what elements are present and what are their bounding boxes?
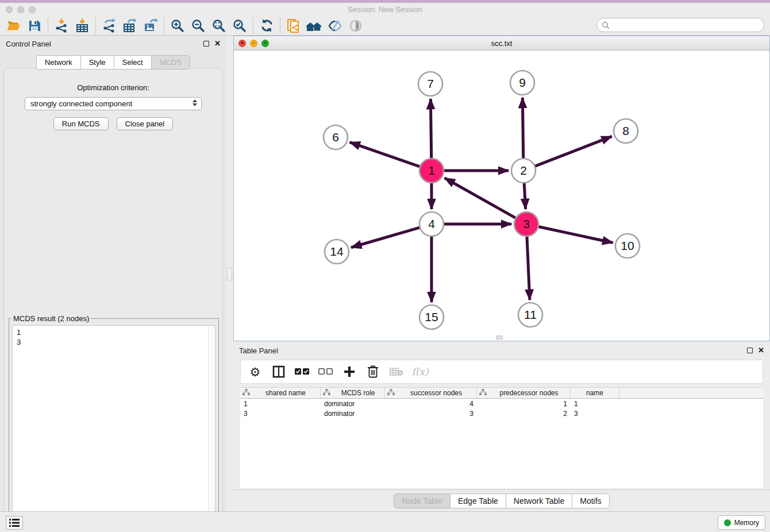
node-label-1: 1 (428, 164, 435, 177)
cell-successor-nodes[interactable]: 4 (385, 400, 477, 408)
hide-selected-icon[interactable] (325, 17, 345, 35)
cell-predecessor-nodes[interactable]: 2 (477, 410, 571, 418)
edge-1-7[interactable] (430, 99, 431, 160)
cell-name[interactable]: 3 (571, 410, 619, 418)
result-scrollbar[interactable] (208, 326, 214, 527)
toolbar-separator (48, 18, 48, 34)
column-label: predecessor nodes (499, 389, 558, 397)
add-column-icon[interactable] (342, 364, 357, 379)
tab-select[interactable]: Select (114, 55, 151, 70)
edge-2-8[interactable] (534, 136, 612, 167)
edge-3-10[interactable] (537, 226, 613, 243)
column-label: successor nodes (410, 389, 462, 397)
criterion-select[interactable]: strongly connected component (25, 97, 202, 110)
zoom-in-icon[interactable] (167, 17, 188, 35)
unselect-all-columns-icon[interactable] (318, 364, 333, 379)
settings-gear-icon[interactable]: ⚙ (248, 364, 263, 379)
close-panel-icon[interactable]: ✕ (214, 41, 221, 47)
export-table-icon[interactable] (120, 17, 140, 35)
function-builder-icon[interactable]: f(x) (413, 364, 428, 379)
column-header-name[interactable]: name (571, 388, 619, 398)
control-panel-title: Control Panel (6, 40, 51, 48)
export-image-icon[interactable] (140, 17, 161, 35)
export-network-icon[interactable] (99, 17, 120, 35)
node-table[interactable]: shared nameMCDS rolesuccessor nodesprede… (240, 387, 763, 488)
search-field[interactable] (596, 18, 764, 32)
tab-network-table[interactable]: Network Table (506, 494, 572, 508)
cell-shared-name[interactable]: 1 (240, 400, 321, 408)
table-toolbar: ⚙ f(x) (240, 360, 763, 384)
delete-column-icon[interactable] (365, 364, 380, 379)
main-toolbar (0, 16, 770, 36)
cell-successor-nodes[interactable]: 3 (385, 410, 477, 418)
close-table-panel-icon[interactable]: ✕ (758, 348, 764, 353)
edge-3-1[interactable] (445, 178, 517, 219)
table-tabs-strip: Node TableEdge TableNetwork TableMotifs (233, 489, 770, 511)
title-bar: Session: New Session (0, 3, 770, 16)
refresh-icon[interactable] (256, 17, 277, 35)
float-panel-icon[interactable] (203, 41, 209, 47)
select-all-columns-icon[interactable] (295, 364, 310, 379)
column-label: shared name (265, 389, 306, 397)
splitter-handle[interactable] (227, 268, 232, 280)
window-title: Session: New Session (0, 5, 770, 14)
first-neighbors-icon[interactable] (304, 17, 325, 35)
edge-2-3[interactable] (524, 182, 526, 209)
cell-MCDS-role[interactable]: dominator (321, 410, 385, 418)
run-mcds-button[interactable]: Run MCDS (53, 117, 109, 130)
column-header-successor-nodes[interactable]: successor nodes (385, 388, 477, 398)
import-table-icon[interactable] (72, 17, 93, 35)
column-header-shared-name[interactable]: shared name (240, 388, 321, 398)
import-network-icon[interactable] (51, 17, 72, 35)
edge-3-11[interactable] (527, 235, 530, 300)
clone-network-icon[interactable] (283, 17, 304, 35)
node-label-7: 7 (427, 77, 434, 90)
search-input[interactable] (613, 20, 764, 31)
memory-label: Memory (734, 519, 759, 527)
column-header-predecessor-nodes[interactable]: predecessor nodes (477, 388, 571, 398)
network-hscroll-handle[interactable] (496, 336, 503, 340)
save-session-icon[interactable] (24, 17, 45, 35)
task-history-button[interactable] (6, 516, 23, 530)
list-icon (9, 519, 20, 527)
edge-2-9[interactable] (522, 98, 523, 160)
tab-network[interactable]: Network (36, 55, 80, 70)
open-file-icon[interactable] (3, 17, 24, 35)
cell-predecessor-nodes[interactable]: 1 (477, 400, 571, 408)
network-window-titlebar[interactable]: ✕ − + scc.txt (234, 36, 769, 51)
float-table-panel-icon[interactable] (747, 348, 753, 353)
delete-table-icon[interactable] (389, 364, 404, 379)
table-panel-title: Table Panel (239, 346, 278, 355)
node-label-11: 11 (524, 308, 537, 321)
zoom-fit-icon[interactable] (209, 17, 229, 35)
table-row[interactable]: 1dominator411 (240, 399, 763, 408)
memory-button[interactable]: Memory (718, 515, 765, 530)
column-header-MCDS-role[interactable]: MCDS role (321, 388, 385, 398)
cell-MCDS-role[interactable]: dominator (321, 400, 385, 408)
toolbar-separator (164, 18, 164, 34)
cell-name[interactable]: 1 (571, 400, 619, 408)
show-column-icon[interactable] (271, 364, 286, 379)
table-header-row: shared nameMCDS rolesuccessor nodesprede… (240, 388, 763, 399)
zoom-selected-icon[interactable] (229, 17, 250, 35)
tab-node-table[interactable]: Node Table (394, 494, 450, 508)
zoom-out-icon[interactable] (188, 17, 209, 35)
tab-edge-table[interactable]: Edge Table (450, 494, 506, 508)
show-graphics-icon[interactable] (345, 17, 366, 35)
edge-1-6[interactable] (350, 142, 421, 167)
tab-mcds[interactable]: MCDS (151, 55, 190, 70)
tab-style[interactable]: Style (80, 55, 114, 70)
application-window: Session: New Session (0, 0, 770, 532)
edge-4-14[interactable] (351, 227, 421, 247)
column-tree-icon (387, 389, 395, 397)
cell-shared-name[interactable]: 3 (240, 410, 321, 418)
table-row[interactable]: 3dominator323 (240, 408, 763, 418)
memory-status-icon (724, 519, 731, 526)
close-panel-button[interactable]: Close panel (117, 117, 174, 130)
tab-motifs[interactable]: Motifs (572, 494, 609, 508)
node-label-4: 4 (428, 217, 435, 230)
toolbar-separator (95, 18, 96, 34)
mcds-result-legend: MCDS result (2 nodes) (11, 314, 91, 323)
network-graph[interactable]: 1234678910111415 (234, 51, 769, 341)
mcds-result-area[interactable]: 1 3 (12, 325, 215, 529)
